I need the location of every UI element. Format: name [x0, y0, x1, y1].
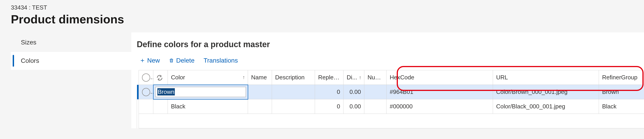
cell-name[interactable]	[248, 99, 272, 114]
cell-url[interactable]: Color/Black_000_001.jpeg	[493, 99, 599, 114]
delete-button-label: Delete	[176, 57, 194, 64]
breadcrumb: 33434 : TEST	[11, 4, 633, 11]
cell-description[interactable]	[272, 85, 315, 99]
cell-color[interactable]: Black	[168, 99, 248, 114]
col-replenishment[interactable]: Repleni...	[315, 70, 344, 85]
sort-asc-icon: ↑	[242, 74, 245, 80]
col-url[interactable]: URL	[493, 70, 599, 85]
refresh-icon	[156, 75, 163, 81]
page-title: Product dimensions	[11, 13, 633, 26]
col-color[interactable]: Color↑	[168, 70, 248, 85]
table-row-empty	[137, 114, 644, 128]
col-name[interactable]: Name	[248, 70, 272, 85]
grid-toolbar: New Delete Translations	[137, 57, 644, 64]
circle-icon	[142, 73, 150, 82]
refresh-header[interactable]	[153, 70, 168, 85]
col-dimension[interactable]: Di...↑	[344, 70, 364, 85]
row-selector[interactable]	[139, 99, 153, 114]
cell-hexcode[interactable]: #964B01	[386, 85, 493, 99]
cell-refinergroup[interactable]: Black	[599, 99, 644, 114]
table-row[interactable]: Brown 0 0.00 #964B01 Color/Brown_000_001…	[137, 85, 644, 99]
circle-icon	[142, 88, 150, 96]
sort-asc-icon: ↑	[359, 75, 362, 80]
new-button-label: New	[147, 57, 160, 64]
new-button[interactable]: New	[140, 57, 160, 64]
cell-name[interactable]	[248, 85, 272, 99]
table-row[interactable]: Black 0 0.00 #000000 Color/Black_000_001…	[137, 99, 644, 114]
cell-color[interactable]: Brown	[153, 85, 248, 99]
sidebar-item-colors[interactable]: Colors	[11, 52, 131, 70]
grid-header-row: Color↑ Name Description Repleni... Di...…	[137, 70, 644, 85]
sidebar-item-sizes[interactable]: Sizes	[11, 33, 131, 52]
col-number[interactable]: Num...	[364, 70, 386, 85]
cell-hexcode[interactable]: #000000	[386, 99, 493, 114]
row-selector[interactable]	[139, 85, 153, 99]
cell-replenishment[interactable]: 0	[315, 99, 344, 114]
col-description[interactable]: Description	[272, 70, 315, 85]
delete-button[interactable]: Delete	[169, 57, 194, 64]
trash-icon	[169, 58, 174, 63]
col-refinergroup[interactable]: RefinerGroup	[599, 70, 644, 85]
cell-number[interactable]	[364, 99, 386, 114]
col-hexcode[interactable]: HexCode	[386, 70, 493, 85]
colors-grid: Color↑ Name Description Repleni... Di...…	[137, 70, 644, 128]
plus-icon	[140, 58, 145, 63]
cell-description[interactable]	[272, 99, 315, 114]
cell-refinergroup[interactable]: Brown	[599, 85, 644, 99]
sidebar-item-label: Sizes	[21, 39, 36, 46]
select-all-header[interactable]	[139, 70, 153, 85]
main-panel: Define colors for a product master New D…	[131, 32, 644, 128]
cell-dimension[interactable]: 0.00	[344, 99, 364, 114]
cell-url[interactable]: Color/Brown_000_001.jpeg	[493, 85, 599, 99]
cell-replenishment[interactable]: 0	[315, 85, 344, 99]
cell-dimension[interactable]: 0.00	[344, 85, 364, 99]
sidebar-item-label: Colors	[21, 57, 39, 64]
translations-button[interactable]: Translations	[204, 57, 238, 64]
page-header: 33434 : TEST Product dimensions	[0, 0, 644, 32]
cell-number[interactable]	[364, 85, 386, 99]
color-input[interactable]: Brown	[155, 87, 246, 97]
section-title: Define colors for a product master	[137, 40, 644, 49]
translations-button-label: Translations	[204, 57, 238, 64]
dimension-tabs-sidebar: Sizes Colors	[11, 32, 131, 128]
